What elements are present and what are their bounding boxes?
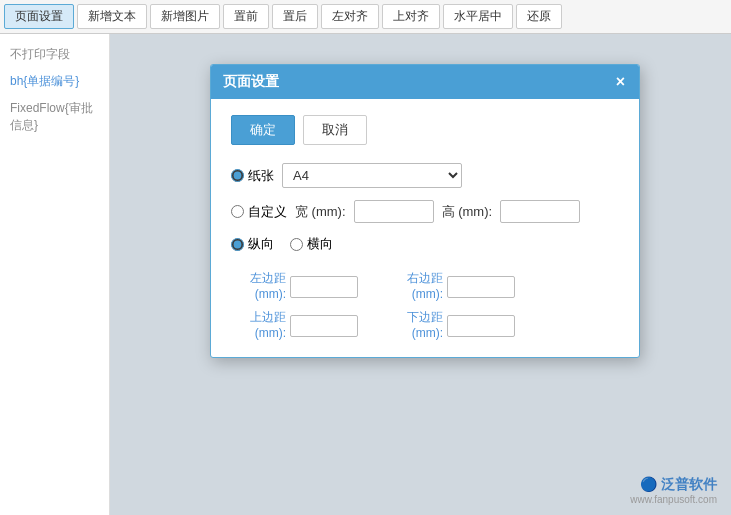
margin-right-row: 右边距(mm): [388, 271, 515, 302]
margin-left-row: 左边距(mm): [231, 271, 358, 302]
page-settings-dialog: 页面设置 × 确定 取消 纸张 A4 [210, 64, 640, 358]
toolbar: 页面设置新增文本新增图片置前置后左对齐上对齐水平居中还原 [0, 0, 731, 34]
paper-select[interactable]: A4 [282, 163, 462, 188]
paper-row: 纸张 A4 [231, 163, 619, 188]
dialog-close-button[interactable]: × [614, 74, 627, 90]
margin-right-input[interactable] [447, 276, 515, 298]
sidebar-item-2: FixedFlow{审批信息} [4, 96, 105, 138]
margin-bottom-input[interactable] [447, 315, 515, 337]
toolbar-btn-8[interactable]: 还原 [516, 4, 562, 29]
toolbar-btn-2[interactable]: 新增图片 [150, 4, 220, 29]
margin-bottom-row: 下边距(mm): [388, 310, 515, 341]
landscape-label: 横向 [307, 235, 333, 253]
content-area: 页面设置 × 确定 取消 纸张 A4 [110, 34, 731, 515]
landscape-radio-label[interactable]: 横向 [290, 235, 333, 253]
margin-top-row: 上边距(mm): [231, 310, 358, 341]
portrait-radio-label[interactable]: 纵向 [231, 235, 274, 253]
height-label: 高 (mm): [442, 203, 493, 221]
portrait-radio[interactable] [231, 238, 244, 251]
sidebar: 不打印字段bh{单据编号}FixedFlow{审批信息} [0, 34, 110, 515]
toolbar-btn-7[interactable]: 水平居中 [443, 4, 513, 29]
custom-radio-label[interactable]: 自定义 [231, 203, 287, 221]
toolbar-btn-5[interactable]: 左对齐 [321, 4, 379, 29]
dialog-header: 页面设置 × [211, 65, 639, 99]
custom-radio[interactable] [231, 205, 244, 218]
sidebar-item-0: 不打印字段 [4, 42, 105, 67]
custom-size-row: 自定义 宽 (mm): 高 (mm): [231, 200, 619, 223]
toolbar-btn-1[interactable]: 新增文本 [77, 4, 147, 29]
width-input[interactable] [354, 200, 434, 223]
custom-label: 自定义 [248, 203, 287, 221]
main-area: 不打印字段bh{单据编号}FixedFlow{审批信息} 页面设置 × 确定 取… [0, 34, 731, 515]
margin-right-col: 右边距(mm): 下边距(mm): [388, 271, 515, 341]
margin-right-label: 右边距(mm): [388, 271, 443, 302]
cancel-button[interactable]: 取消 [303, 115, 367, 145]
landscape-radio[interactable] [290, 238, 303, 251]
dialog-title: 页面设置 [223, 73, 279, 91]
orientation-row: 纵向 横向 [231, 235, 619, 253]
margin-left-label: 左边距(mm): [231, 271, 286, 302]
toolbar-btn-0[interactable]: 页面设置 [4, 4, 74, 29]
height-input[interactable] [500, 200, 580, 223]
toolbar-btn-3[interactable]: 置前 [223, 4, 269, 29]
margin-top-input[interactable] [290, 315, 358, 337]
toolbar-btn-4[interactable]: 置后 [272, 4, 318, 29]
margin-bottom-label: 下边距(mm): [388, 310, 443, 341]
paper-radio[interactable] [231, 169, 244, 182]
toolbar-btn-6[interactable]: 上对齐 [382, 4, 440, 29]
paper-radio-label[interactable]: 纸张 [231, 167, 274, 185]
confirm-button[interactable]: 确定 [231, 115, 295, 145]
portrait-label: 纵向 [248, 235, 274, 253]
margin-top-label: 上边距(mm): [231, 310, 286, 341]
dialog-body: 确定 取消 纸张 A4 自定义 [211, 99, 639, 357]
margins-section: 左边距(mm): 上边距(mm): 右边距(mm): [231, 271, 619, 341]
width-label: 宽 (mm): [295, 203, 346, 221]
sidebar-item-1: bh{单据编号} [4, 69, 105, 94]
paper-label: 纸张 [248, 167, 274, 185]
margin-left-col: 左边距(mm): 上边距(mm): [231, 271, 358, 341]
dialog-btn-row: 确定 取消 [231, 115, 619, 145]
margin-left-input[interactable] [290, 276, 358, 298]
